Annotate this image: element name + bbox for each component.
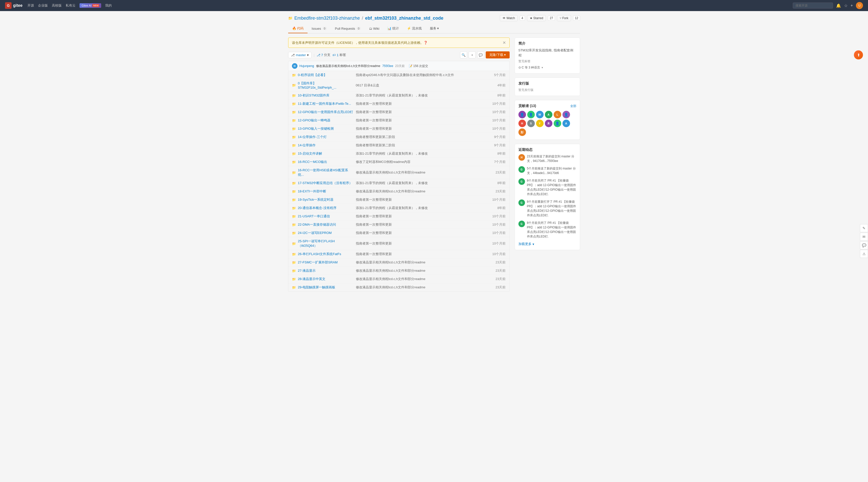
file-name-link[interactable]: 24-I2C一读写EEPROM [298,231,353,235]
file-name-link[interactable]: 10-初识STM32固件库 [298,93,353,98]
add-file-button[interactable]: + [469,51,476,58]
file-description: 添加1-21章节的例程（从霸道复制而来），未修改 [353,181,483,185]
folder-icon: 📁 [292,119,296,122]
contributor-avatar[interactable]: 彭 [519,128,526,136]
file-description: 指南者第一次整理和更新 [353,126,483,131]
file-description: 添加1-21章节的例程（从霸道复制而来），未修改 [353,151,483,156]
file-name-link[interactable]: 26-串行FLASH文件系统FatFs [298,252,353,257]
tag-link[interactable]: 🏷 1 [333,53,339,57]
commit-author[interactable]: Hujunpeng [300,64,314,68]
file-name-link[interactable]: 20-通信基本概念-没有程序 [298,206,353,210]
folder-icon: 📁 [292,261,296,264]
float-warning-button[interactable]: ⚠ [860,250,868,258]
file-name-link[interactable]: 22-DMA一直接存储器访问 [298,222,353,227]
activity-text: 8个月前重新打开了 PR #1 【轻量级 PR】：add 12-GPIO输出一使… [527,200,576,218]
logo[interactable]: G gitee [5,2,22,9]
fork-button[interactable]: ⑂ Fork [557,15,571,21]
tab-stats[interactable]: 📊 统计 [383,24,403,33]
contributor-avatar[interactable]: A [545,111,552,118]
star-button[interactable]: ★ Starred [527,15,546,21]
file-name-link[interactable]: 27-液晶显示 [298,268,353,273]
contributor-avatar[interactable]: A [562,120,570,127]
file-name-link[interactable]: 19-SysTick一系统定时器 [298,198,353,202]
contributor-avatar[interactable]: 👤 [562,111,570,118]
file-time: 23天前 [483,268,506,273]
file-name-link[interactable]: 16-RCC一使用HSE或者HSI配置系统... [298,168,353,177]
search-code-button[interactable]: 🔍 [460,51,467,58]
file-name-link[interactable]: 14-位带操作-三个灯 [298,135,353,139]
star-icon[interactable]: ☆ [844,3,848,8]
file-name-link[interactable]: 25-SPI一读写串行FLASH（W25Q64） [298,239,353,248]
contributor-avatar[interactable]: 👤 [527,111,535,118]
contributors-all-link[interactable]: 全部 [570,104,576,108]
nav-private[interactable]: 私有云 [66,3,75,8]
load-more-button[interactable]: 加载更多 ▾ [519,242,576,246]
nav-open-source[interactable]: 开源 [27,3,34,8]
branch-selector[interactable]: ⎇ master ▾ [288,52,312,58]
user-avatar[interactable]: U [856,2,863,9]
nav-my-menu[interactable]: 我的 [105,3,112,8]
chevron-down-icon[interactable]: ▾ [541,66,543,69]
tab-services[interactable]: 服务 ▾ [426,24,443,33]
nav-enterprise[interactable]: 企业版 [38,3,48,8]
contributor-avatar[interactable]: 👤 [554,120,561,127]
file-name-link[interactable]: 11-新建工程一固件库版本/Fwlib-Te... [298,101,353,106]
folder-icon: 📁 [292,198,296,202]
tab-issues[interactable]: Issues 0 [308,24,331,33]
bell-icon[interactable]: 🔔 [836,3,841,8]
file-description: 修改液晶显示相关例程lcd.c,h文件和部分readme [353,285,483,290]
contributor-avatar[interactable]: S [527,120,535,127]
branch-icon: ⎇ [291,53,295,57]
file-item: 📁 17-STM32中断应用总结（没有程序） 添加1-21章节的例程（从霸道复制… [288,179,509,187]
chat-button[interactable]: 💬 [477,51,484,58]
folder-icon: 📁 [292,127,296,131]
activity-item: H 23天前推送了新的提交到 master 分支，94170d6...755f3… [519,154,576,163]
repo-owner-link[interactable]: Embedfire-stm32f103-zhinanzhe [294,16,360,21]
nav-gitee-ai[interactable]: Gitee AI NEW [80,3,101,8]
folder-icon: 📁 [292,277,296,281]
file-name-link[interactable]: 13-GPIO输入一按键检测 [298,126,353,131]
branch-link[interactable]: ⎇ 7 [317,53,323,57]
commit-hash[interactable]: 755f3ee [382,64,393,68]
file-name-link[interactable]: 27-FSMC一扩展外部SRAM [298,260,353,265]
clone-button[interactable]: 克隆/下载 ▾ [486,51,509,58]
file-name-link[interactable]: 21-USART一串口通信 [298,214,353,219]
file-name-link[interactable]: 18-EXTI一外部中断 [298,189,353,194]
float-orange-button[interactable]: ⬆ [854,50,863,59]
float-mail-button[interactable]: ✉ [860,233,868,241]
file-name-link[interactable]: 16-RCC一MCO输出 [298,160,353,164]
nav-links: 开源 企业版 高校版 私有云 Gitee AI NEW 我的 [27,3,112,8]
nav-university[interactable]: 高校版 [52,3,62,8]
contributor-avatar[interactable]: 木 [545,120,552,127]
file-name-link[interactable]: 12-GPIO输出一蜂鸣器 [298,118,353,123]
file-name-link[interactable]: 14-位带操作 [298,143,353,148]
float-chat-button[interactable]: 💬 [860,241,868,249]
folder-icon: 📁 [292,206,296,210]
tab-code[interactable]: 🔥 代码 [288,24,308,33]
tab-pipeline[interactable]: ⚡ 流水线 [403,24,426,33]
search-input[interactable] [793,2,833,8]
watch-button[interactable]: 👁 Watch [500,15,518,21]
contributor-avatar[interactable]: L [554,111,561,118]
file-name-link[interactable]: 17-STM32中断应用总结（没有程序） [298,181,353,185]
contributor-avatar[interactable]: 👤 [519,111,526,118]
file-name-link[interactable]: 0【固件库】STM32F10x_StdPeriph_... [298,81,353,89]
tab-pull-requests[interactable]: Pull Requests 0 [331,24,365,33]
file-name-link[interactable]: 12-GPIO输出一使用固件库点亮LED灯 [298,110,353,114]
file-name-link[interactable]: 28-液晶显示中英文 [298,277,353,281]
folder-icon: 📁 [292,160,296,164]
file-item: 📁 27-液晶显示 修改液晶显示相关例程lcd.c,h文件和部分readme 2… [288,267,509,275]
repo-name-link[interactable]: ebf_stm32f103_zhinanzhe_std_code [365,16,443,21]
file-item: 📁 12-GPIO输出一使用固件库点亮LED灯 指南者第一次整理和更新 10个月… [288,108,509,116]
contributor-avatar[interactable]: H [519,120,526,127]
file-name-link[interactable]: 15-启动文件讲解 [298,151,353,156]
contributor-avatar[interactable]: W [536,111,544,118]
file-name-link[interactable]: 0-程序说明【必看】 [298,73,353,77]
float-edit-button[interactable]: ✎ [860,224,868,232]
file-name-link[interactable]: 29-电阻触摸屏一触摸画板 [298,285,353,290]
tab-wiki[interactable]: 🗂 Wiki [365,24,383,33]
alert-close-button[interactable]: ✕ [503,40,506,45]
folder-icon: 📁 [292,269,296,273]
contributor-avatar[interactable]: Y [536,120,544,127]
plus-icon[interactable]: + [850,3,853,8]
